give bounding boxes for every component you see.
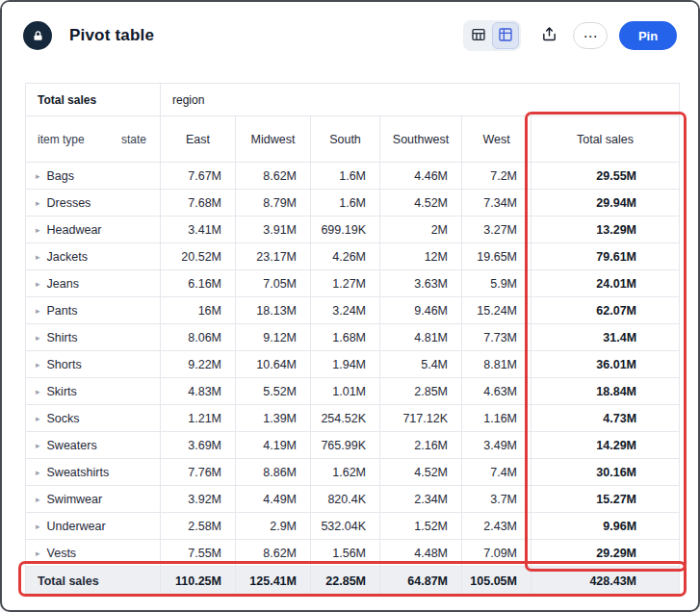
expand-caret-icon[interactable]: ▸ [36,360,40,370]
expand-caret-icon[interactable]: ▸ [36,279,40,289]
value-cell: 820.4K [311,486,380,513]
row-label-text: Underwear [47,520,106,533]
more-button[interactable]: ⋯ [573,22,608,49]
value-cell: 7.05M [236,270,311,297]
expand-caret-icon[interactable]: ▸ [36,495,40,504]
column-header[interactable]: West [462,116,531,163]
expand-caret-icon[interactable]: ▸ [36,548,40,558]
value-cell: 4.81M [380,324,462,351]
total-value-cell: 110.25M [161,567,236,596]
value-cell: 23.17M [236,243,311,270]
pivot-view-icon [498,27,513,45]
expand-caret-icon[interactable]: ▸ [36,252,40,262]
row-total-cell: 14.29M [531,432,680,459]
measure-header-row: Total sales region [26,84,680,116]
data-row: ▸Shirts8.06M9.12M1.68M4.81M7.73M31.4M [26,324,680,351]
expand-caret-icon[interactable]: ▸ [36,468,40,477]
value-cell: 18.13M [236,297,311,324]
row-label[interactable]: ▸Underwear [26,513,161,540]
data-row: ▸Skirts4.83M5.52M1.01M2.85M4.63M18.84M [26,378,680,405]
column-header[interactable]: Southwest [380,116,462,163]
value-cell: 16M [161,297,236,324]
value-cell: 1.27M [311,270,380,297]
total-value-cell: 64.87M [380,567,462,596]
view-toggle [463,20,521,51]
expand-caret-icon[interactable]: ▸ [36,522,40,531]
value-cell: 7.68M [161,190,236,217]
row-label-text: Bags [47,169,75,183]
row-label-text: Dresses [47,196,91,210]
table-view-icon [471,27,486,45]
value-cell: 2.85M [380,378,462,405]
expand-caret-icon[interactable]: ▸ [36,414,40,423]
row-label[interactable]: ▸Vests [26,540,161,567]
row-label[interactable]: ▸Dresses [26,190,161,217]
value-cell: 8.79M [236,190,311,217]
expand-caret-icon[interactable]: ▸ [36,387,40,396]
value-cell: 3.92M [161,486,236,513]
total-row-label: Total sales [26,567,161,596]
share-button[interactable] [534,21,563,50]
row-label[interactable]: ▸Skirts [26,378,161,405]
value-cell: 1.52M [380,513,462,540]
row-label[interactable]: ▸Shirts [26,324,161,351]
data-row: ▸Underwear2.58M2.9M532.04K1.52M2.43M9.96… [26,513,680,540]
table-view-button[interactable] [465,22,492,49]
expand-caret-icon[interactable]: ▸ [36,225,40,235]
row-label[interactable]: ▸Headwear [26,217,161,243]
value-cell: 9.46M [380,297,462,324]
value-cell: 4.46M [380,163,462,190]
total-value-cell: 105.05M [462,567,531,596]
expand-caret-icon[interactable]: ▸ [36,198,40,208]
row-label[interactable]: ▸Shorts [26,351,161,378]
value-cell: 8.62M [236,540,311,567]
row-total-cell: 18.84M [531,378,680,405]
value-cell: 15.24M [462,297,531,324]
row-total-cell: 24.01M [531,270,680,297]
row-label-text: Swimwear [47,493,103,506]
value-cell: 1.21M [161,405,236,432]
row-label[interactable]: ▸Jackets [26,243,161,270]
row-label[interactable]: ▸Socks [26,405,161,432]
row-label[interactable]: ▸Sweatshirts [26,459,161,486]
expand-caret-icon[interactable]: ▸ [36,306,40,316]
value-cell: 532.04K [311,513,380,540]
value-cell: 717.12K [380,405,462,432]
row-label[interactable]: ▸Swimwear [26,486,161,513]
data-row: ▸Sweatshirts7.76M8.86M1.62M4.52M7.4M30.1… [26,459,680,486]
value-cell: 8.62M [236,163,311,190]
row-label[interactable]: ▸Sweaters [26,432,161,459]
value-cell: 1.68M [311,324,380,351]
expand-caret-icon[interactable]: ▸ [36,171,40,181]
row-dim-state[interactable]: state [121,133,146,146]
row-label[interactable]: ▸Pants [26,297,161,324]
grand-total-cell: 428.43M [531,567,680,596]
expand-caret-icon[interactable]: ▸ [36,441,40,450]
row-total-cell: 62.07M [531,297,680,324]
row-total-cell: 15.27M [531,486,680,513]
value-cell: 7.73M [462,324,531,351]
value-cell: 7.34M [462,190,531,217]
data-row: ▸Shorts9.22M10.64M1.94M5.4M8.81M36.01M [26,351,680,378]
row-label-text: Sweaters [47,439,97,452]
app-window: Pivot table [0,0,700,612]
column-header[interactable]: East [161,116,236,163]
value-cell: 4.26M [311,243,380,270]
value-cell: 4.19M [236,432,311,459]
row-label-text: Sweatshirts [47,466,110,479]
share-icon [541,26,557,45]
table-body: ▸Bags7.67M8.62M1.6M4.46M7.2M29.55M▸Dress… [26,163,680,567]
row-label[interactable]: ▸Bags [26,163,161,190]
data-row: ▸Headwear3.41M3.91M699.19K2M3.27M13.29M [26,217,680,243]
value-cell: 12M [380,243,462,270]
expand-caret-icon[interactable]: ▸ [36,333,40,343]
row-dim-item-type[interactable]: item type [38,133,85,146]
row-label[interactable]: ▸Jeans [26,270,161,297]
column-header[interactable]: Midwest [236,116,311,163]
value-cell: 4.49M [236,486,311,513]
header-bar: Pivot table [2,2,698,69]
pin-button[interactable]: Pin [619,21,677,50]
column-header[interactable]: South [311,116,380,163]
pivot-view-button[interactable] [492,22,519,49]
column-dimension-label[interactable]: region [161,84,680,116]
